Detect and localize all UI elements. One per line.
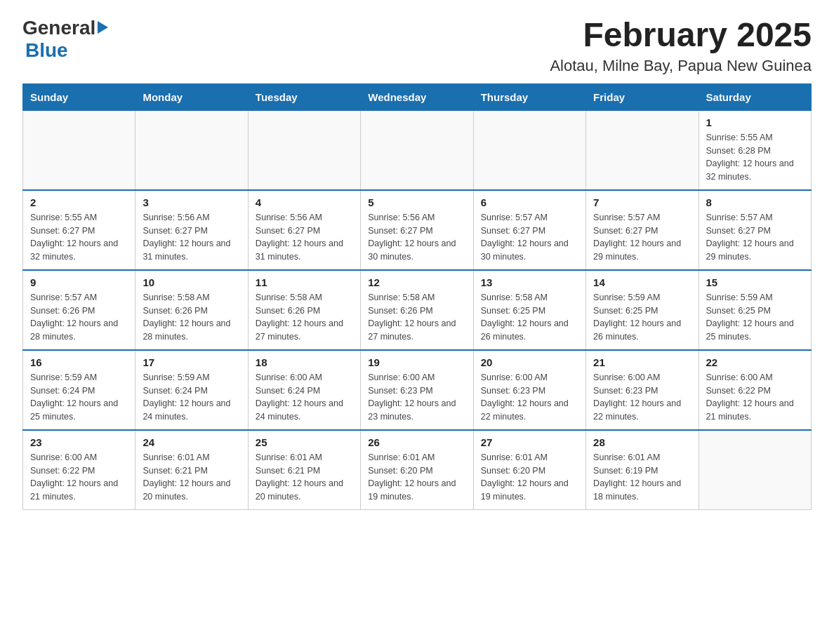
calendar-cell-week2-day5: 6Sunrise: 5:57 AMSunset: 6:27 PMDaylight…	[473, 190, 585, 270]
calendar-cell-week1-day7: 1Sunrise: 5:55 AMSunset: 6:28 PMDaylight…	[699, 110, 811, 190]
day-info: Sunrise: 6:01 AMSunset: 6:20 PMDaylight:…	[368, 451, 465, 504]
location-title: Alotau, Milne Bay, Papua New Guinea	[550, 57, 812, 75]
day-info: Sunrise: 5:57 AMSunset: 6:27 PMDaylight:…	[593, 211, 691, 264]
day-number: 19	[368, 356, 465, 368]
calendar-cell-week4-day6: 21Sunrise: 6:00 AMSunset: 6:23 PMDayligh…	[586, 350, 699, 430]
day-info: Sunrise: 5:56 AMSunset: 6:27 PMDaylight:…	[256, 211, 353, 264]
day-number: 3	[143, 196, 240, 208]
day-info: Sunrise: 5:59 AMSunset: 6:24 PMDaylight:…	[143, 371, 240, 424]
weekday-header-monday: Monday	[135, 83, 248, 110]
weekday-header-saturday: Saturday	[699, 83, 811, 110]
calendar-cell-week2-day1: 2Sunrise: 5:55 AMSunset: 6:27 PMDaylight…	[23, 190, 135, 270]
day-number: 21	[593, 356, 691, 368]
day-info: Sunrise: 6:01 AMSunset: 6:21 PMDaylight:…	[143, 451, 240, 504]
calendar-cell-week1-day2	[135, 110, 248, 190]
calendar-cell-week2-day6: 7Sunrise: 5:57 AMSunset: 6:27 PMDaylight…	[586, 190, 699, 270]
calendar-cell-week5-day2: 24Sunrise: 6:01 AMSunset: 6:21 PMDayligh…	[135, 430, 248, 510]
calendar-cell-week1-day6	[586, 110, 699, 190]
day-number: 24	[143, 436, 240, 448]
day-number: 8	[706, 196, 804, 208]
day-info: Sunrise: 5:57 AMSunset: 6:27 PMDaylight:…	[706, 211, 804, 264]
logo-triangle-icon	[98, 21, 108, 34]
calendar-cell-week4-day4: 19Sunrise: 6:00 AMSunset: 6:23 PMDayligh…	[361, 350, 473, 430]
day-number: 6	[481, 196, 578, 208]
day-number: 23	[30, 436, 128, 448]
calendar-cell-week1-day3	[248, 110, 360, 190]
calendar-cell-week3-day5: 13Sunrise: 5:58 AMSunset: 6:25 PMDayligh…	[473, 270, 585, 350]
calendar-cell-week4-day1: 16Sunrise: 5:59 AMSunset: 6:24 PMDayligh…	[23, 350, 135, 430]
calendar-cell-week3-day3: 11Sunrise: 5:58 AMSunset: 6:26 PMDayligh…	[248, 270, 360, 350]
day-info: Sunrise: 6:00 AMSunset: 6:23 PMDaylight:…	[368, 371, 465, 424]
calendar-cell-week5-day5: 27Sunrise: 6:01 AMSunset: 6:20 PMDayligh…	[473, 430, 585, 510]
calendar-cell-week1-day1	[23, 110, 135, 190]
calendar-cell-week2-day7: 8Sunrise: 5:57 AMSunset: 6:27 PMDaylight…	[699, 190, 811, 270]
weekday-header-sunday: Sunday	[23, 83, 135, 110]
calendar-cell-week5-day1: 23Sunrise: 6:00 AMSunset: 6:22 PMDayligh…	[23, 430, 135, 510]
calendar-cell-week4-day5: 20Sunrise: 6:00 AMSunset: 6:23 PMDayligh…	[473, 350, 585, 430]
day-number: 26	[368, 436, 465, 448]
day-number: 2	[30, 196, 128, 208]
day-info: Sunrise: 5:56 AMSunset: 6:27 PMDaylight:…	[368, 211, 465, 264]
day-number: 17	[143, 356, 240, 368]
day-info: Sunrise: 6:00 AMSunset: 6:23 PMDaylight:…	[593, 371, 691, 424]
calendar-cell-week4-day3: 18Sunrise: 6:00 AMSunset: 6:24 PMDayligh…	[248, 350, 360, 430]
day-info: Sunrise: 5:57 AMSunset: 6:27 PMDaylight:…	[481, 211, 578, 264]
day-info: Sunrise: 5:59 AMSunset: 6:25 PMDaylight:…	[706, 291, 804, 344]
day-number: 11	[256, 276, 353, 288]
day-number: 5	[368, 196, 465, 208]
week-row-5: 23Sunrise: 6:00 AMSunset: 6:22 PMDayligh…	[23, 430, 812, 510]
calendar-cell-week5-day6: 28Sunrise: 6:01 AMSunset: 6:19 PMDayligh…	[586, 430, 699, 510]
day-number: 15	[706, 276, 804, 288]
day-info: Sunrise: 6:00 AMSunset: 6:22 PMDaylight:…	[30, 451, 128, 504]
month-title: February 2025	[550, 17, 812, 54]
day-info: Sunrise: 5:58 AMSunset: 6:26 PMDaylight:…	[143, 291, 240, 344]
weekday-header-wednesday: Wednesday	[361, 83, 473, 110]
calendar-cell-week2-day2: 3Sunrise: 5:56 AMSunset: 6:27 PMDaylight…	[135, 190, 248, 270]
logo-blue-text: Blue	[25, 39, 68, 62]
day-info: Sunrise: 5:58 AMSunset: 6:26 PMDaylight:…	[256, 291, 353, 344]
calendar-cell-week3-day1: 9Sunrise: 5:57 AMSunset: 6:26 PMDaylight…	[23, 270, 135, 350]
day-number: 28	[593, 436, 691, 448]
day-number: 16	[30, 356, 128, 368]
day-info: Sunrise: 5:59 AMSunset: 6:24 PMDaylight:…	[30, 371, 128, 424]
day-number: 20	[481, 356, 578, 368]
day-number: 4	[256, 196, 353, 208]
logo-general-text: General	[22, 17, 95, 39]
day-info: Sunrise: 6:01 AMSunset: 6:20 PMDaylight:…	[481, 451, 578, 504]
week-row-1: 1Sunrise: 5:55 AMSunset: 6:28 PMDaylight…	[23, 110, 812, 190]
calendar-cell-week2-day4: 5Sunrise: 5:56 AMSunset: 6:27 PMDaylight…	[361, 190, 473, 270]
weekday-header-tuesday: Tuesday	[248, 83, 360, 110]
day-info: Sunrise: 6:00 AMSunset: 6:24 PMDaylight:…	[256, 371, 353, 424]
calendar-cell-week1-day4	[361, 110, 473, 190]
day-number: 22	[706, 356, 804, 368]
calendar-cell-week5-day4: 26Sunrise: 6:01 AMSunset: 6:20 PMDayligh…	[361, 430, 473, 510]
calendar-cell-week4-day2: 17Sunrise: 5:59 AMSunset: 6:24 PMDayligh…	[135, 350, 248, 430]
day-info: Sunrise: 5:58 AMSunset: 6:25 PMDaylight:…	[481, 291, 578, 344]
logo: General Blue	[22, 17, 108, 62]
day-number: 7	[593, 196, 691, 208]
calendar-cell-week3-day7: 15Sunrise: 5:59 AMSunset: 6:25 PMDayligh…	[699, 270, 811, 350]
day-info: Sunrise: 5:57 AMSunset: 6:26 PMDaylight:…	[30, 291, 128, 344]
day-number: 25	[256, 436, 353, 448]
day-info: Sunrise: 5:59 AMSunset: 6:25 PMDaylight:…	[593, 291, 691, 344]
title-block: February 2025 Alotau, Milne Bay, Papua N…	[550, 17, 812, 75]
day-info: Sunrise: 6:00 AMSunset: 6:22 PMDaylight:…	[706, 371, 804, 424]
week-row-2: 2Sunrise: 5:55 AMSunset: 6:27 PMDaylight…	[23, 190, 812, 270]
day-number: 9	[30, 276, 128, 288]
day-info: Sunrise: 6:01 AMSunset: 6:19 PMDaylight:…	[593, 451, 691, 504]
week-row-4: 16Sunrise: 5:59 AMSunset: 6:24 PMDayligh…	[23, 350, 812, 430]
calendar-cell-week3-day6: 14Sunrise: 5:59 AMSunset: 6:25 PMDayligh…	[586, 270, 699, 350]
calendar-table: SundayMondayTuesdayWednesdayThursdayFrid…	[22, 83, 812, 510]
weekday-header-thursday: Thursday	[473, 83, 585, 110]
calendar-cell-week3-day4: 12Sunrise: 5:58 AMSunset: 6:26 PMDayligh…	[361, 270, 473, 350]
calendar-cell-week4-day7: 22Sunrise: 6:00 AMSunset: 6:22 PMDayligh…	[699, 350, 811, 430]
calendar-cell-week1-day5	[473, 110, 585, 190]
day-number: 13	[481, 276, 578, 288]
day-info: Sunrise: 6:00 AMSunset: 6:23 PMDaylight:…	[481, 371, 578, 424]
page-header: General Blue February 2025 Alotau, Milne…	[22, 17, 812, 75]
weekday-header-row: SundayMondayTuesdayWednesdayThursdayFrid…	[23, 83, 812, 110]
weekday-header-friday: Friday	[586, 83, 699, 110]
day-info: Sunrise: 5:55 AMSunset: 6:27 PMDaylight:…	[30, 211, 128, 264]
day-number: 10	[143, 276, 240, 288]
day-number: 1	[706, 116, 804, 128]
